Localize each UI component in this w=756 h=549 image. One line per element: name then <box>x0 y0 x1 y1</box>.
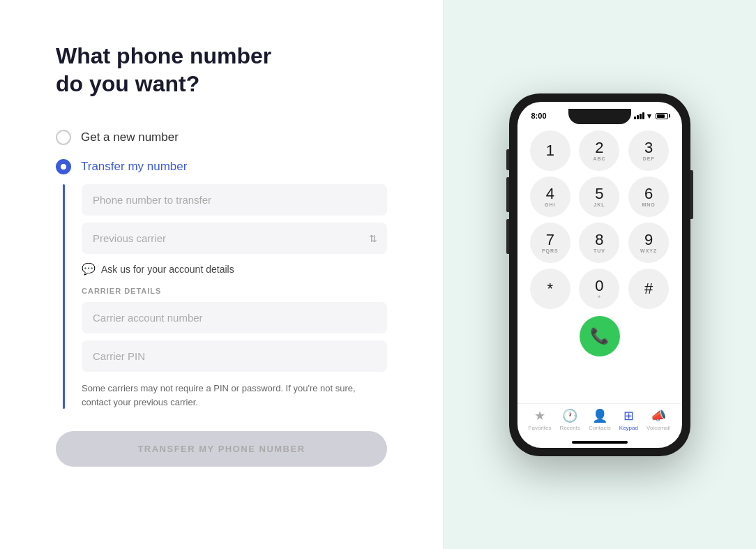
chat-icon: 💬 <box>82 262 96 276</box>
dial-number: 8 <box>595 232 603 248</box>
nav-icon-keypad: ⊞ <box>623 408 634 423</box>
new-number-label: Get a new number <box>81 130 179 144</box>
account-number-input[interactable] <box>82 302 387 333</box>
dial-letters: JKL <box>594 202 605 207</box>
carrier-dropdown-wrapper: Previous carrier ⇅ <box>82 223 387 254</box>
nav-icon-contacts: 👤 <box>592 408 607 423</box>
phone-time: 8:00 <box>531 112 547 120</box>
nav-label-keypad: Keypad <box>619 425 638 431</box>
signal-bar-4 <box>642 112 644 119</box>
dial-number: 6 <box>644 186 653 202</box>
option-new-number[interactable]: Get a new number <box>56 123 387 152</box>
hint-text: Some carriers may not require a PIN or p… <box>82 382 387 409</box>
dial-letters: ABC <box>593 156 605 161</box>
nav-item-keypad[interactable]: ⊞ Keypad <box>619 408 638 431</box>
transfer-label: Transfer my number <box>81 160 187 174</box>
nav-item-recents[interactable]: 🕐 Recents <box>560 408 580 431</box>
dial-number: 1 <box>546 143 554 158</box>
phone-bottom-nav: ★ Favorites 🕐 Recents 👤 Contacts ⊞ Keypa… <box>517 403 682 438</box>
dial-letters: MNO <box>642 202 655 207</box>
battery-fill <box>657 114 665 118</box>
dial-key-5[interactable]: 5JKL <box>579 176 619 217</box>
home-indicator <box>572 441 628 444</box>
side-button-mute <box>506 149 509 170</box>
dial-letters: DEF <box>643 156 655 161</box>
battery-icon <box>656 113 668 119</box>
right-panel: 8:00 ▾ 12ABC3DEF4GHI5JKL6MNO7PQRS <box>443 0 756 549</box>
carrier-pin-input[interactable] <box>82 340 387 372</box>
carrier-details-label: CARRIER DETAILS <box>82 287 387 295</box>
radio-group: Get a new number Transfer my number <box>56 123 387 181</box>
nav-icon-recents: 🕐 <box>562 408 577 423</box>
nav-label-voicemail: Voicemail <box>647 425 670 431</box>
dial-key-0[interactable]: 0+ <box>579 269 619 309</box>
transfer-button[interactable]: TRANSFER MY PHONE NUMBER <box>56 431 387 467</box>
transfer-section: Previous carrier ⇅ 💬 Ask us for your acc… <box>56 184 387 409</box>
side-button-vol-up <box>506 177 509 212</box>
dial-letters: + <box>598 294 601 299</box>
phone-icon: 📞 <box>590 327 609 345</box>
nav-item-voicemail[interactable]: 📣 Voicemail <box>647 408 670 431</box>
dial-key-9[interactable]: 9WXYZ <box>628 223 669 263</box>
call-button[interactable]: 📞 <box>580 316 620 356</box>
page-title: What phone number do you want? <box>56 42 387 98</box>
status-right: ▾ <box>634 112 668 121</box>
nav-icon-voicemail: 📣 <box>651 408 666 423</box>
dial-letters: PQRS <box>542 248 559 253</box>
dial-number: 9 <box>644 232 653 248</box>
dial-key-#[interactable]: # <box>628 269 669 309</box>
dial-number: 3 <box>644 140 653 156</box>
phone-number-input[interactable] <box>82 184 387 216</box>
dial-key-7[interactable]: 7PQRS <box>530 223 570 263</box>
left-panel: What phone number do you want? Get a new… <box>0 0 443 549</box>
dial-grid: 12ABC3DEF4GHI5JKL6MNO7PQRS8TUV9WXYZ*0+# <box>529 130 671 309</box>
nav-label-recents: Recents <box>560 425 580 431</box>
dial-pad-area: 12ABC3DEF4GHI5JKL6MNO7PQRS8TUV9WXYZ*0+# … <box>517 123 682 403</box>
dial-key-2[interactable]: 2ABC <box>579 130 619 171</box>
nav-label-favorites: Favorites <box>529 425 552 431</box>
dial-key-4[interactable]: 4GHI <box>530 176 570 217</box>
nav-label-contacts: Contacts <box>589 425 611 431</box>
signal-bar-2 <box>637 115 639 119</box>
ask-us-text: Ask us for your account details <box>101 264 234 275</box>
dial-number: 0 <box>595 278 603 294</box>
dial-number: 2 <box>595 140 603 156</box>
signal-bar-1 <box>634 116 636 119</box>
dial-letters: WXYZ <box>640 248 657 253</box>
dial-letters: TUV <box>594 248 605 253</box>
side-button-vol-down <box>506 219 509 254</box>
dial-number: # <box>644 281 653 296</box>
dial-key-3[interactable]: 3DEF <box>628 130 669 171</box>
radio-transfer[interactable] <box>56 159 71 174</box>
dial-number: 7 <box>546 232 554 248</box>
dial-key-8[interactable]: 8TUV <box>579 223 619 263</box>
nav-item-contacts[interactable]: 👤 Contacts <box>589 408 611 431</box>
dial-key-*[interactable]: * <box>530 269 570 309</box>
radio-new-number[interactable] <box>56 130 71 145</box>
vertical-line <box>63 184 65 409</box>
dial-letters: GHI <box>545 202 555 207</box>
dial-number: 5 <box>595 186 603 202</box>
nav-item-favorites[interactable]: ★ Favorites <box>529 408 552 431</box>
phone-notch <box>568 109 631 124</box>
phone-mockup: 8:00 ▾ 12ABC3DEF4GHI5JKL6MNO7PQRS <box>509 93 690 456</box>
transfer-fields: Previous carrier ⇅ 💬 Ask us for your acc… <box>82 184 387 409</box>
carrier-dropdown[interactable]: Previous carrier <box>82 223 387 254</box>
signal-bar-3 <box>640 114 642 119</box>
ask-us-row: 💬 Ask us for your account details <box>82 262 387 276</box>
nav-icon-favorites: ★ <box>534 408 545 423</box>
signal-bars <box>634 112 644 119</box>
phone-screen: 8:00 ▾ 12ABC3DEF4GHI5JKL6MNO7PQRS <box>517 102 682 448</box>
dial-key-1[interactable]: 1 <box>530 130 570 171</box>
dial-key-6[interactable]: 6MNO <box>628 176 669 217</box>
dial-number: 4 <box>546 186 554 202</box>
option-transfer[interactable]: Transfer my number <box>56 152 387 181</box>
side-button-power <box>690 170 693 219</box>
dial-number: * <box>547 281 554 296</box>
wifi-icon: ▾ <box>647 112 651 121</box>
